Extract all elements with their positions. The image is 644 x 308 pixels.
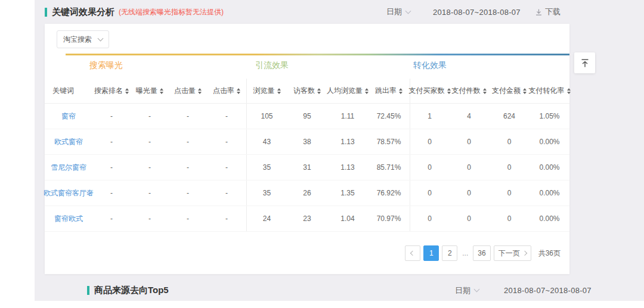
footer-section-header: 商品来源去向Top5 [87,280,169,301]
keyword-text: 窗帘欧式 [54,214,83,224]
chevron-down-icon [474,287,480,293]
cell-value: - [169,129,207,154]
cell-value: - [92,206,131,231]
keyword-text: 雪尼尔窗帘 [51,163,86,173]
channel-select[interactable]: 淘宝搜索 [57,30,109,48]
page-button[interactable]: 36 [473,245,490,261]
column-label: 访客数 [293,86,315,96]
cell-value: 38 [287,129,327,154]
column-label: 曝光量 [136,86,157,96]
sort-icon[interactable] [237,88,240,94]
column-header[interactable]: 曝光量 [131,79,169,103]
page-button[interactable]: 2 [442,245,457,261]
date-filter-dropdown[interactable]: 日期 [386,7,410,17]
cell-value: 35 [246,181,287,206]
keyword-link[interactable]: 欧式窗帘客厅奢 [45,181,92,206]
column-label: 关键词 [52,86,74,96]
cell-value: - [207,155,246,180]
download-label: 下载 [545,7,561,17]
keyword-text: 欧式窗帘 [54,137,83,147]
back-to-top-icon [580,58,590,69]
column-label: 跳出率 [375,86,397,96]
cell-value: 35 [246,155,287,180]
sort-icon[interactable] [277,88,281,94]
column-header[interactable]: 浏览量 [246,79,287,103]
column-header[interactable]: 人均浏览量 [327,79,368,103]
sort-icon[interactable] [317,88,321,94]
column-header[interactable]: 支付件数 [449,79,489,103]
column-header[interactable]: 支付金额 [489,79,530,103]
keyword-link[interactable]: 窗帘欧式 [45,206,92,231]
cell-value: 24 [246,206,287,231]
cell-value: - [169,155,207,180]
cell-value: 0 [410,129,449,154]
footer-date-range-value: 2018-08-07~2018-08-07 [504,286,592,295]
cell-value: - [92,155,131,180]
cell-value: 78.57% [368,129,410,154]
page-button[interactable]: 1 [423,245,439,261]
footer-date-dropdown[interactable]: 日期 [455,285,479,296]
page-ellipsis: ... [460,249,470,257]
cell-value: - [92,181,131,206]
cell-value: 0.00% [530,181,569,206]
cell-value: 95 [287,104,327,129]
keyword-link[interactable]: 雪尼尔窗帘 [45,155,92,180]
cell-value: 72.45% [368,104,410,129]
column-header[interactable]: 搜索排名 [92,79,131,103]
column-label: 支付买家数 [409,86,445,96]
column-label: 浏览量 [253,86,275,96]
sort-icon[interactable] [198,88,202,94]
cell-value: 0.00% [530,206,569,231]
back-to-top-button[interactable] [574,52,595,73]
column-header: 关键词 [45,79,92,103]
cell-value: 43 [246,129,287,154]
column-header[interactable]: 点击量 [169,79,207,103]
download-icon [535,8,543,16]
sort-icon[interactable] [399,88,402,94]
table-row: 窗帘----105951.1172.45%146241.05% [45,104,569,129]
section-label-conversion: 转化效果 [413,60,447,71]
sort-icon[interactable] [125,88,129,94]
date-filter-label: 日期 [386,7,402,17]
keyword-text: 欧式窗帘客厅奢 [44,188,94,198]
next-page-label: 下一页 [499,248,520,259]
cell-value: - [207,129,246,154]
cell-value: - [131,104,169,129]
cell-value: 0 [410,155,449,180]
sort-icon[interactable] [523,88,527,94]
cell-value: - [169,206,207,231]
next-page-button[interactable]: 下一页 [494,245,531,261]
table-row: 雪尼尔窗帘----35311.1385.71%0000.00% [45,155,569,181]
column-header[interactable]: 点击率 [207,79,246,103]
cell-value: 1 [410,104,449,129]
cell-value: 105 [246,104,287,129]
column-header[interactable]: 访客数 [287,79,327,103]
column-label: 点击量 [174,86,196,96]
cell-value: 0 [410,206,449,231]
cell-value: - [131,206,169,231]
cell-value: 85.71% [368,155,410,180]
cell-value: - [92,129,131,154]
cell-value: 0 [449,155,489,180]
keyword-link[interactable]: 窗帘 [45,104,92,129]
title-accent-bar [45,8,47,17]
column-header[interactable]: 支付转化率 [530,79,569,103]
cell-value: - [207,181,246,206]
sort-icon[interactable] [160,88,163,94]
cell-value: - [169,181,207,206]
pagination: 12...36 下一页 共36页 [405,245,561,261]
footer-title: 商品来源去向Top5 [94,285,169,296]
keyword-link[interactable]: 欧式窗帘 [45,129,92,154]
sort-icon[interactable] [483,88,487,94]
chevron-right-icon [522,251,527,256]
dashboard: 关键词效果分析 (无线端搜索曝光指标暂无法提供) 日期 2018-08-07~2… [0,0,644,308]
cell-value: 0 [489,129,530,154]
column-header[interactable]: 支付买家数 [410,79,449,103]
column-header[interactable]: 跳出率 [368,79,410,103]
sort-icon[interactable] [567,88,571,94]
cell-value: 0 [449,129,489,154]
download-button[interactable]: 下载 [535,7,561,17]
cell-value: 1.11 [327,104,368,129]
prev-page-button[interactable] [405,245,420,261]
chevron-down-icon [405,8,411,14]
